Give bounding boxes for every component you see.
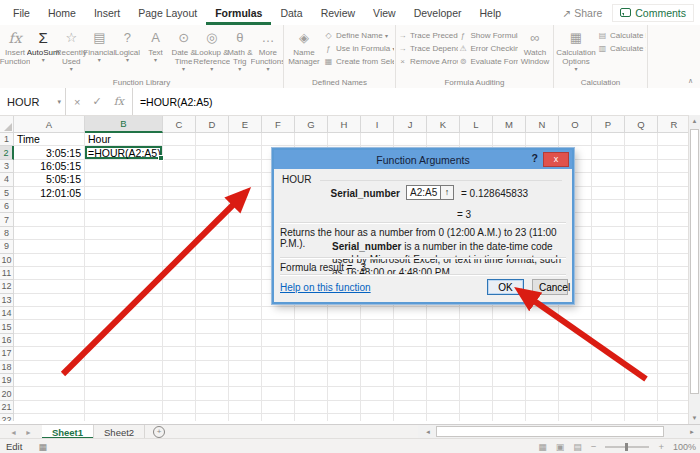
cell-F16[interactable] — [262, 334, 295, 347]
cell-J15[interactable] — [394, 320, 427, 333]
cell-C3[interactable] — [163, 160, 196, 173]
cell-F15[interactable] — [262, 320, 295, 333]
cell-L19[interactable] — [460, 374, 493, 387]
cell-D5[interactable] — [196, 187, 229, 200]
cell-B20[interactable] — [85, 387, 163, 400]
cell-R22[interactable] — [658, 414, 688, 421]
select-all-button[interactable] — [0, 116, 14, 133]
column-header-D[interactable]: D — [196, 116, 229, 133]
cell-P7[interactable] — [592, 213, 625, 226]
cell-R3[interactable] — [658, 160, 688, 173]
cell-G20[interactable] — [295, 387, 328, 400]
cell-B22[interactable] — [85, 414, 163, 421]
cell-H22[interactable] — [328, 414, 361, 421]
cell-E11[interactable] — [229, 267, 262, 280]
cell-I17[interactable] — [361, 347, 394, 360]
column-header-L[interactable]: L — [460, 116, 493, 133]
sheet-tab-sheet1[interactable]: Sheet1 — [42, 425, 94, 439]
cell-E7[interactable] — [229, 213, 262, 226]
row-header-7[interactable]: 7 — [0, 213, 14, 226]
cell-H15[interactable] — [328, 320, 361, 333]
cell-P14[interactable] — [592, 307, 625, 320]
cell-M22[interactable] — [493, 414, 526, 421]
cell-B8[interactable] — [85, 227, 163, 240]
cell-C20[interactable] — [163, 387, 196, 400]
cell-H16[interactable] — [328, 334, 361, 347]
row-header-16[interactable]: 16 — [0, 334, 14, 347]
cell-Q4[interactable] — [625, 173, 658, 186]
menu-tab-formulas[interactable]: Formulas — [206, 0, 271, 25]
recently-used-button[interactable]: ☆ Recently Used▾ — [57, 27, 85, 74]
cell-N21[interactable] — [526, 401, 559, 414]
column-header-B[interactable]: B — [85, 116, 163, 133]
cell-O15[interactable] — [559, 320, 592, 333]
serial-number-input[interactable]: A2:A5 — [406, 185, 441, 200]
cell-B19[interactable] — [85, 374, 163, 387]
cell-P1[interactable] — [592, 133, 625, 146]
cell-Q5[interactable] — [625, 187, 658, 200]
cell-D8[interactable] — [196, 227, 229, 240]
name-manager-button[interactable]: ◈ Name Manager — [285, 27, 323, 67]
financial-button[interactable]: ▤ Financial▾ — [85, 27, 113, 65]
cell-P4[interactable] — [592, 173, 625, 186]
column-header-F[interactable]: F — [262, 116, 295, 133]
share-button[interactable]: ↗Share — [562, 7, 602, 19]
cell-H14[interactable] — [328, 307, 361, 320]
cell-E21[interactable] — [229, 401, 262, 414]
cell-Q6[interactable] — [625, 200, 658, 213]
cell-L14[interactable] — [460, 307, 493, 320]
cell-O20[interactable] — [559, 387, 592, 400]
cell-R15[interactable] — [658, 320, 688, 333]
macro-record-icon[interactable]: ▦ — [38, 442, 47, 452]
row-header-6[interactable]: 6 — [0, 200, 14, 213]
cancel-button[interactable]: Cancel — [532, 279, 568, 295]
cell-M1[interactable] — [493, 133, 526, 146]
cell-A10[interactable] — [14, 254, 85, 267]
column-header-J[interactable]: J — [394, 116, 427, 133]
error-checking-button[interactable]: ⚠Error Checking ▾ — [458, 44, 519, 53]
cell-N22[interactable] — [526, 414, 559, 421]
cell-P6[interactable] — [592, 200, 625, 213]
calculate-sheet-button[interactable]: ▥Calculate Sheet — [597, 44, 646, 53]
cell-M20[interactable] — [493, 387, 526, 400]
cell-C11[interactable] — [163, 267, 196, 280]
menu-tab-data[interactable]: Data — [271, 0, 311, 25]
name-box[interactable]: HOUR ▾ — [0, 88, 66, 115]
cell-G21[interactable] — [295, 401, 328, 414]
cell-C16[interactable] — [163, 334, 196, 347]
cell-A18[interactable] — [14, 361, 85, 374]
cell-E19[interactable] — [229, 374, 262, 387]
cell-J18[interactable] — [394, 361, 427, 374]
cell-E1[interactable] — [229, 133, 262, 146]
cell-O16[interactable] — [559, 334, 592, 347]
cell-A8[interactable] — [14, 227, 85, 240]
cell-E18[interactable] — [229, 361, 262, 374]
cell-O18[interactable] — [559, 361, 592, 374]
cell-G19[interactable] — [295, 374, 328, 387]
cell-N17[interactable] — [526, 347, 559, 360]
formula-input[interactable]: =HOUR(A2:A5) — [133, 88, 700, 115]
row-header-11[interactable]: 11 — [0, 267, 14, 280]
row-header-19[interactable]: 19 — [0, 374, 14, 387]
column-header-M[interactable]: M — [493, 116, 526, 133]
cell-B9[interactable] — [85, 240, 163, 253]
cell-A22[interactable] — [14, 414, 85, 421]
cell-E6[interactable] — [229, 200, 262, 213]
cell-K15[interactable] — [427, 320, 460, 333]
cell-C5[interactable] — [163, 187, 196, 200]
watch-window-button[interactable]: ∞ Watch Window — [518, 27, 552, 67]
row-header-20[interactable]: 20 — [0, 387, 14, 400]
cell-J20[interactable] — [394, 387, 427, 400]
zoom-out-icon[interactable]: − — [591, 441, 597, 452]
cell-A14[interactable] — [14, 307, 85, 320]
cell-D17[interactable] — [196, 347, 229, 360]
cell-Q8[interactable] — [625, 227, 658, 240]
cell-Q9[interactable] — [625, 240, 658, 253]
cell-D12[interactable] — [196, 280, 229, 293]
cell-R16[interactable] — [658, 334, 688, 347]
menu-tab-help[interactable]: Help — [471, 0, 511, 25]
row-header-18[interactable]: 18 — [0, 361, 14, 374]
cell-I19[interactable] — [361, 374, 394, 387]
cell-A3[interactable]: 16:05:15 — [14, 160, 85, 173]
column-header-H[interactable]: H — [328, 116, 361, 133]
